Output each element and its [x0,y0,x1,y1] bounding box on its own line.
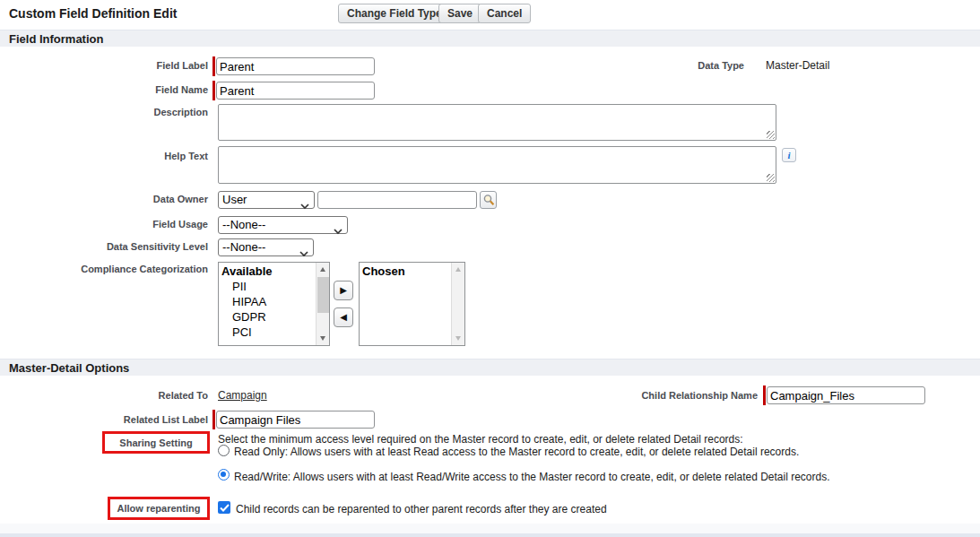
field-usage-label: Field Usage [0,219,208,230]
resize-grip-icon[interactable] [767,174,775,182]
bottom-bar [0,533,980,537]
related-list-label-input[interactable] [216,411,375,429]
help-text-label: Help Text [0,151,208,161]
list-item[interactable]: HIPAA [219,294,329,309]
allow-reparenting-checkbox-label: Child records can be reparented to other… [236,503,607,515]
section-header-master-detail-options: Master-Detail Options [0,359,980,376]
help-text-textarea[interactable] [218,146,776,184]
available-header: Available [219,263,329,279]
list-item[interactable]: GDPR [219,309,329,325]
custom-field-definition-edit-page: Custom Field Definition Edit Change Fiel… [0,0,980,537]
read-only-radio-label: Read Only: Allows users with at least Re… [234,446,799,458]
child-relationship-name-label: Child Relationship Name [538,390,758,401]
check-icon [220,504,230,512]
description-label: Description [0,107,208,117]
chevron-down-icon [300,198,309,214]
chevron-down-icon [334,223,343,239]
lookup-button[interactable] [480,191,497,209]
chevron-down-icon [299,246,308,262]
sharing-setting-annotation-box: Sharing Setting [102,431,210,454]
required-bar [212,410,215,429]
scrollbar-thumb[interactable] [317,277,329,313]
scroll-down-icon[interactable] [317,332,330,345]
data-owner-type-value: User [222,193,247,206]
field-label-label: Field Label [0,60,208,71]
scroll-up-icon [452,263,465,276]
required-bar [212,81,215,100]
cancel-button[interactable]: Cancel [478,4,531,23]
field-usage-select[interactable]: --None-- [218,216,348,234]
resize-grip-icon[interactable] [767,131,775,139]
list-item[interactable]: PCI [219,325,329,340]
description-textarea[interactable] [218,104,776,141]
data-type-label: Data Type [619,60,744,71]
scrollbar [451,263,464,345]
data-sensitivity-level-label: Data Sensitivity Level [0,241,208,252]
scrollbar[interactable] [316,263,329,345]
required-bar [212,56,215,76]
bottom-spacer [0,524,980,533]
data-sensitivity-value: --None-- [222,240,265,254]
scroll-down-icon [452,332,465,345]
allow-reparenting-checkbox[interactable] [218,501,230,514]
save-button[interactable]: Save [438,4,481,23]
data-owner-input[interactable] [317,191,477,209]
sharing-setting-intro: Select the minimum access level required… [218,433,743,446]
data-type-value: Master-Detail [766,59,829,72]
sharing-setting-label: Sharing Setting [119,437,192,448]
change-field-type-button[interactable]: Change Field Type [338,4,451,23]
chosen-header: Chosen [360,263,464,279]
data-sensitivity-level-select[interactable]: --None-- [218,238,314,256]
help-info-icon[interactable]: i [782,148,796,162]
magnifier-icon [482,194,495,207]
field-name-input[interactable] [216,82,375,100]
scroll-up-icon[interactable] [317,263,330,276]
related-to-link[interactable]: Campaign [218,389,267,402]
compliance-available-listbox[interactable]: Available PII HIPAA GDPR PCI [218,262,330,346]
data-owner-label: Data Owner [0,194,208,204]
read-write-radio-label: Read/Write: Allows users with at least R… [234,471,830,483]
move-left-button[interactable]: ◀ [334,307,353,327]
required-bar [763,385,766,405]
move-right-button[interactable]: ▶ [334,281,353,300]
allow-reparenting-annotation-box: Allow reparenting [108,497,210,520]
field-name-label: Field Name [0,84,208,95]
compliance-categorization-label: Compliance Categorization [0,264,208,274]
field-usage-value: --None-- [222,218,265,231]
compliance-chosen-listbox[interactable]: Chosen [359,262,465,346]
read-only-radio[interactable] [218,445,230,456]
data-owner-type-select[interactable]: User [218,191,315,209]
read-write-radio[interactable] [218,469,230,481]
allow-reparenting-label: Allow reparenting [117,503,201,514]
field-label-input[interactable] [216,57,375,75]
section-header-field-information: Field Information [0,30,980,47]
list-item[interactable]: PII [219,279,329,294]
related-list-label-label: Related List Label [0,414,208,425]
related-to-label: Related To [0,390,208,401]
child-relationship-name-input[interactable] [767,386,925,404]
page-title: Custom Field Definition Edit [9,6,177,21]
